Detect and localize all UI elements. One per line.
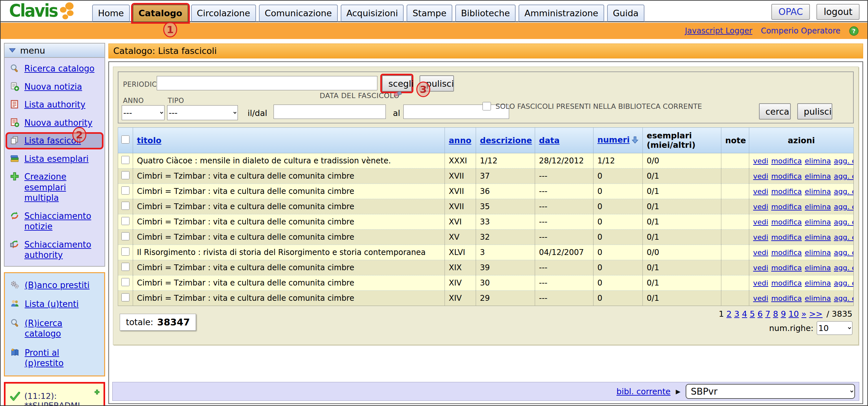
sidebar-item-creazione-esemplari-multipla-link[interactable]: Creazione esemplari multipla — [24, 172, 99, 203]
action-agg-esemplare-link[interactable]: agg. esemplare — [834, 233, 854, 241]
row-checkbox[interactable] — [121, 293, 129, 301]
shortcut-item-pronti-al-p-restito-link[interactable]: Pronti al (p)restito — [25, 348, 99, 369]
page-link-[interactable]: » — [802, 309, 806, 319]
shortcut-item-lista-u-tenti-link[interactable]: Lista (u)tenti — [25, 299, 79, 310]
shortcut-item-r-icerca-catalogo[interactable]: (R)icerca catalogo — [7, 316, 101, 341]
sidebar-item-nuova-authority-link[interactable]: Nuova authority — [24, 118, 92, 128]
opac-button[interactable]: OPAC — [771, 4, 810, 20]
sidebar-item-lista-authority[interactable]: Lista authority — [7, 98, 102, 112]
sidebar-item-schiacciamento-authority-link[interactable]: Schiacciamento authority — [24, 239, 99, 260]
sort-link-anno[interactable]: anno — [449, 136, 471, 145]
page-link-7[interactable]: 7 — [765, 309, 770, 319]
sidebar-item-creazione-esemplari-multipla[interactable]: Creazione esemplari multipla — [7, 170, 102, 205]
page-link-3[interactable]: 3 — [734, 309, 740, 319]
action-elimina-link[interactable]: elimina — [805, 294, 831, 302]
anno-select[interactable]: --- — [122, 105, 164, 120]
action-modifica-link[interactable]: modifica — [771, 203, 802, 211]
sort-link-descrizione[interactable]: descrizione — [480, 136, 532, 145]
action-vedi-link[interactable]: vedi — [753, 249, 768, 257]
action-agg-esemplare-link[interactable]: agg. esemplare — [834, 279, 854, 287]
action-modifica-link[interactable]: modifica — [771, 157, 802, 165]
tab-stampe[interactable]: Stampe — [407, 4, 452, 22]
action-elimina-link[interactable]: elimina — [805, 203, 831, 211]
page-link-2[interactable]: 2 — [726, 309, 732, 319]
scegli-button[interactable]: scegli — [382, 75, 412, 92]
javascript-logger-link[interactable]: Javascript Logger — [685, 26, 752, 35]
tab-catalogo[interactable]: Catalogo — [133, 4, 188, 22]
library-select[interactable]: SBPvr — [686, 384, 855, 399]
sidebar-item-lista-esemplari-link[interactable]: Lista esemplari — [24, 154, 89, 164]
row-checkbox[interactable] — [121, 156, 129, 164]
row-checkbox[interactable] — [121, 202, 129, 210]
action-vedi-link[interactable]: vedi — [753, 203, 768, 211]
sidebar-item-ricerca-catalogo-link[interactable]: Ricerca catalogo — [24, 63, 94, 74]
action-elimina-link[interactable]: elimina — [805, 172, 831, 180]
row-checkbox[interactable] — [121, 217, 129, 225]
tab-comunicazione[interactable]: Comunicazione — [259, 4, 338, 22]
action-agg-esemplare-link[interactable]: agg. esemplare — [834, 264, 854, 272]
dal-input[interactable] — [274, 105, 386, 119]
action-agg-esemplare-link[interactable]: agg. esemplare — [834, 172, 854, 180]
shortcut-item-lista-u-tenti[interactable]: Lista (u)tenti — [7, 297, 101, 311]
menu-header[interactable]: menu — [4, 44, 104, 58]
action-modifica-link[interactable]: modifica — [771, 218, 802, 226]
sidebar-item-schiacciamento-authority[interactable]: Schiacciamento authority — [7, 238, 102, 262]
page-link-[interactable]: >> — [809, 309, 823, 319]
eraser-icon[interactable] — [394, 90, 403, 97]
action-vedi-link[interactable]: vedi — [753, 233, 768, 241]
action-elimina-link[interactable]: elimina — [805, 218, 831, 226]
num-righe-select[interactable]: 10 — [817, 321, 852, 335]
action-agg-esemplare-link[interactable]: agg. esemplare — [834, 157, 854, 165]
sidebar-item-nuova-notizia[interactable]: Nuova notizia — [7, 80, 102, 94]
tab-acquisizioni[interactable]: Acquisizioni — [341, 4, 404, 22]
action-agg-esemplare-link[interactable]: agg. esemplare — [834, 187, 854, 196]
action-modifica-link[interactable]: modifica — [771, 187, 802, 196]
select-all-checkbox[interactable] — [121, 136, 129, 144]
shortcut-item-b-anco-prestiti-link[interactable]: (B)anco prestiti — [25, 280, 90, 291]
action-elimina-link[interactable]: elimina — [805, 279, 831, 287]
action-modifica-link[interactable]: modifica — [771, 233, 802, 241]
action-modifica-link[interactable]: modifica — [771, 172, 802, 180]
help-icon[interactable]: ? — [849, 26, 859, 36]
periodico-input[interactable] — [157, 76, 377, 90]
sidebar-item-nuova-notizia-link[interactable]: Nuova notizia — [24, 82, 82, 92]
action-elimina-link[interactable]: elimina — [805, 264, 831, 272]
action-vedi-link[interactable]: vedi — [753, 157, 768, 165]
tab-amministrazione[interactable]: Amministrazione — [519, 4, 604, 22]
page-link-4[interactable]: 4 — [742, 309, 747, 319]
sort-link-data[interactable]: data — [539, 136, 560, 145]
sort-link-numeri[interactable]: numeri — [597, 135, 630, 145]
page-link-6[interactable]: 6 — [757, 309, 763, 319]
sidebar-item-schiacciamento-notizie[interactable]: Schiacciamento notizie — [7, 209, 102, 234]
action-modifica-link[interactable]: modifica — [771, 264, 802, 272]
action-vedi-link[interactable]: vedi — [753, 218, 768, 226]
sidebar-item-lista-fascicoli[interactable]: Lista fascicoli — [7, 134, 102, 148]
shortcut-item-b-anco-prestiti[interactable]: (B)anco prestiti — [7, 278, 101, 292]
sort-link-titolo[interactable]: titolo — [137, 136, 161, 145]
action-elimina-link[interactable]: elimina — [805, 233, 831, 241]
page-link-10[interactable]: 10 — [788, 309, 799, 319]
sidebar-item-nuova-authority[interactable]: Nuova authority — [7, 116, 102, 130]
sidebar-item-schiacciamento-notizie-link[interactable]: Schiacciamento notizie — [24, 211, 99, 232]
action-modifica-link[interactable]: modifica — [771, 294, 802, 302]
action-vedi-link[interactable]: vedi — [753, 294, 768, 302]
action-agg-esemplare-link[interactable]: agg. esemplare — [834, 203, 854, 211]
row-checkbox[interactable] — [121, 278, 129, 286]
action-vedi-link[interactable]: vedi — [753, 279, 768, 287]
action-vedi-link[interactable]: vedi — [753, 172, 768, 180]
shortcut-item-pronti-al-p-restito[interactable]: Pronti al (p)restito — [7, 346, 101, 370]
cerca-button[interactable]: cerca — [759, 103, 791, 119]
action-vedi-link[interactable]: vedi — [753, 264, 768, 272]
tab-guida[interactable]: Guida — [607, 4, 644, 22]
action-agg-esemplare-link[interactable]: agg. esemplare — [834, 218, 854, 226]
sidebar-item-lista-authority-link[interactable]: Lista authority — [24, 99, 85, 110]
page-link-5[interactable]: 5 — [750, 309, 755, 319]
action-agg-esemplare-link[interactable]: agg. esemplare — [834, 249, 854, 257]
shortcut-item-r-icerca-catalogo-link[interactable]: (R)icerca catalogo — [25, 318, 99, 339]
page-link-8[interactable]: 8 — [773, 309, 778, 319]
solo-fascicoli-checkbox[interactable] — [483, 102, 491, 110]
action-modifica-link[interactable]: modifica — [771, 279, 802, 287]
bibl-corrente-link[interactable]: bibl. corrente — [617, 387, 671, 396]
tab-home[interactable]: Home — [92, 4, 130, 22]
row-checkbox[interactable] — [121, 263, 129, 271]
